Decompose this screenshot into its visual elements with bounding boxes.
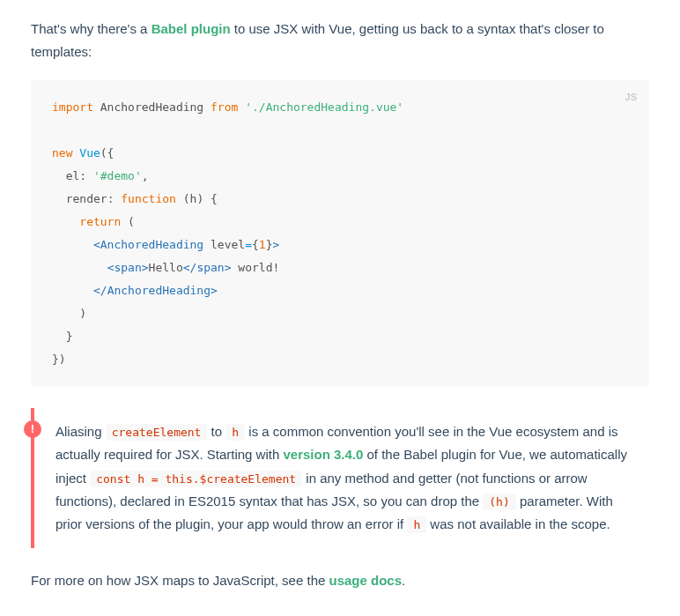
code-prop: el — [66, 169, 80, 182]
code-str: '#demo' — [93, 169, 142, 182]
code-language-badge: JS — [625, 87, 637, 107]
alert-note: ! Aliasing createElement to h is a commo… — [31, 408, 649, 548]
usage-docs-link[interactable]: usage docs — [329, 573, 402, 588]
code-line: ) — [52, 307, 86, 320]
code-tag: span — [114, 261, 141, 274]
inline-code: const h = this.$createElement — [90, 471, 302, 487]
inline-code: (h) — [483, 494, 515, 510]
code-str: './AnchoredHeading.vue' — [238, 100, 403, 114]
intro-paragraph: That's why there's a Babel plugin to use… — [31, 18, 649, 63]
alert-text: was not available in the scope. — [426, 516, 610, 531]
code-tag: AnchoredHeading — [107, 284, 211, 297]
code-pad — [52, 192, 66, 205]
code-content: import AnchoredHeading from './AnchoredH… — [52, 96, 628, 371]
code-pad — [52, 284, 93, 297]
code-punc: , — [142, 169, 149, 182]
code-tagpunc: > — [211, 284, 218, 297]
code-punc: (h) — [176, 192, 211, 205]
outro-text: . — [402, 573, 405, 588]
inline-code: h — [225, 424, 245, 441]
code-pad — [52, 169, 66, 182]
alert-text: to — [207, 424, 225, 439]
code-num: 1 — [259, 238, 266, 251]
alert-icon: ! — [24, 420, 41, 438]
code-tag: span — [196, 261, 224, 274]
code-punc: : — [79, 169, 93, 182]
code-tagpunc: </ — [93, 284, 107, 297]
code-line: } — [52, 330, 72, 343]
code-kw: new — [52, 146, 72, 160]
code-pad — [52, 238, 93, 251]
code-text: world! — [232, 261, 280, 274]
outro-text: For more on how JSX maps to JavaScript, … — [31, 573, 329, 588]
version-link[interactable]: version 3.4.0 — [283, 447, 363, 462]
code-pad — [52, 261, 107, 274]
code-kw: import — [52, 100, 93, 114]
code-text: Hello — [149, 261, 183, 274]
code-kw: return — [79, 215, 121, 228]
code-tagpunc: > — [272, 238, 279, 251]
code-punc: ( — [121, 215, 135, 228]
code-kw: function — [121, 192, 176, 205]
code-tag: AnchoredHeading — [100, 238, 203, 251]
code-func: Vue — [72, 146, 100, 160]
code-punc: { — [252, 238, 259, 251]
code-ident: AnchoredHeading — [93, 100, 211, 114]
intro-text-before: That's why there's a — [31, 21, 152, 36]
code-tagpunc: > — [225, 261, 232, 274]
code-punc: { — [211, 192, 218, 205]
outro-paragraph: For more on how JSX maps to JavaScript, … — [31, 569, 649, 592]
code-prop: render — [66, 192, 107, 205]
babel-plugin-link[interactable]: Babel plugin — [152, 21, 231, 36]
code-block: JS import AnchoredHeading from './Anchor… — [31, 80, 649, 387]
code-tagpunc: > — [142, 261, 149, 274]
code-tagpunc: < — [93, 238, 100, 251]
alert-text: Aliasing — [55, 424, 106, 439]
code-kw: from — [211, 100, 238, 114]
code-pad — [52, 215, 79, 228]
code-op: = — [245, 238, 252, 251]
inline-code: createElement — [106, 424, 208, 441]
code-punc: : — [107, 192, 122, 205]
inline-code: h — [407, 516, 426, 533]
code-punc: ({ — [100, 146, 115, 160]
alert-text: Aliasing createElement to h is a common … — [55, 420, 628, 536]
code-tagpunc: </ — [183, 261, 197, 274]
code-attr: level — [203, 238, 245, 251]
code-line: }) — [52, 353, 66, 366]
